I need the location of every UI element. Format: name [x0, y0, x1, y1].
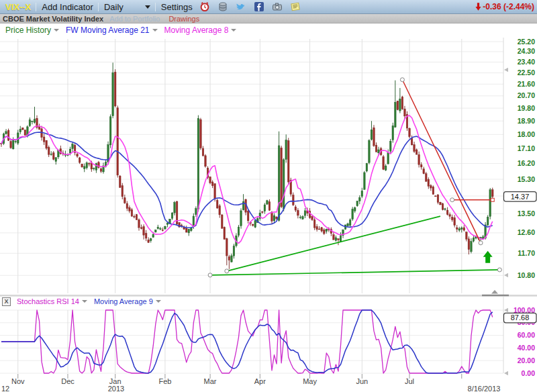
candle-body	[233, 246, 235, 256]
candle-body	[219, 206, 221, 215]
drawing-handle[interactable]	[208, 273, 212, 277]
stochastics-dropdown[interactable]: Stochastics RSI 14	[17, 297, 79, 305]
candle-body	[313, 219, 315, 228]
candle-body	[446, 210, 448, 214]
price-history-dropdown[interactable]: Price History	[5, 26, 51, 35]
candle-body	[143, 227, 145, 236]
price-axis-label: 21.60	[518, 80, 535, 88]
price-axis-label: 13.50	[518, 209, 535, 217]
notes-icon[interactable]	[290, 1, 301, 13]
price-change-indicator: -0.36 (-2.44%)	[475, 2, 534, 11]
chevron-down-icon[interactable]	[145, 5, 150, 9]
stochastics-layer	[1, 310, 493, 373]
chevron-down-icon[interactable]	[152, 29, 158, 32]
green-horizontal-trendline[interactable]	[210, 270, 499, 275]
candle-body	[409, 128, 411, 136]
candle-body	[98, 162, 100, 168]
candle-body	[338, 239, 340, 240]
candle-body	[401, 97, 403, 109]
candle-body	[50, 154, 52, 154]
chevron-down-icon[interactable]	[156, 300, 161, 303]
candle-body	[32, 121, 34, 121]
red-downtrend-line[interactable]	[402, 80, 481, 243]
price-axis-label: 15.30	[518, 175, 535, 183]
add-indicator-button[interactable]: Add Indicator	[42, 2, 93, 12]
indicator-value-label-text: 87.68	[511, 313, 530, 322]
axis-markers	[504, 68, 508, 375]
candle-body	[138, 219, 140, 228]
candle-body	[129, 207, 131, 211]
chevron-down-icon[interactable]	[54, 29, 59, 32]
chevron-down-icon[interactable]	[82, 300, 87, 303]
green-up-arrow-marker[interactable]	[483, 251, 493, 263]
candle-body	[416, 150, 418, 154]
candle-body	[340, 236, 342, 242]
toolbar: VIX--X Add Indicator Daily Settings -0.3…	[0, 0, 537, 14]
drawings-menu[interactable]: Drawings	[168, 15, 199, 23]
candle-body	[145, 234, 147, 238]
price-axis-label: 10.80	[518, 271, 535, 279]
candle-body	[148, 240, 150, 242]
candle-body	[281, 148, 283, 207]
price-chart[interactable]: 25.2024.3023.4022.5021.6020.7019.8018.90…	[0, 36, 537, 392]
ma21-dropdown[interactable]: FW Moving Average 21	[66, 26, 150, 35]
indicator-axis-label: 100.00	[514, 306, 535, 314]
candle-body	[166, 223, 168, 224]
candle-body	[112, 72, 114, 116]
period-dropdown[interactable]: Daily	[104, 2, 124, 12]
candle-body	[19, 129, 21, 132]
candle-body	[114, 72, 116, 106]
candle-body	[34, 119, 36, 123]
change-value: -0.36 (-2.44%)	[483, 2, 534, 11]
drawing-handle[interactable]	[450, 198, 454, 202]
candle-body	[302, 217, 304, 219]
candle-body	[83, 166, 85, 169]
collapse-pane-arrow-icon[interactable]	[491, 290, 498, 294]
candle-body	[347, 224, 349, 226]
candle-body	[323, 230, 325, 234]
candle-body	[209, 177, 211, 183]
candle-body	[5, 132, 7, 134]
candle-body	[373, 128, 375, 146]
month-label: Feb	[158, 377, 171, 385]
facebook-icon[interactable]	[254, 1, 265, 13]
candle-body	[268, 202, 271, 211]
price-axis-label: 17.10	[518, 144, 535, 152]
candle-body	[109, 117, 111, 145]
month-label: May	[303, 377, 317, 385]
add-to-portfolio-link[interactable]: Add to Portfolio	[109, 15, 160, 23]
candle-body	[333, 235, 335, 240]
price-pane-legend: Price History FW Moving Average 21 Movin…	[0, 23, 537, 36]
candle-body	[361, 191, 363, 197]
candle-body	[150, 239, 152, 241]
candle-body	[378, 150, 380, 153]
candle-body	[247, 211, 249, 221]
candle-body	[454, 217, 456, 225]
candle-body	[449, 215, 451, 217]
price-axis-label: 20.70	[518, 91, 535, 99]
settings-button[interactable]: Settings	[161, 2, 193, 12]
green-rising-trendline[interactable]	[227, 216, 440, 271]
candle-body	[224, 228, 226, 240]
drawing-handle[interactable]	[400, 78, 404, 82]
axis-marker-icon	[504, 371, 508, 375]
drawing-handle[interactable]	[479, 241, 483, 245]
red-line-end-marker[interactable]	[491, 198, 494, 201]
charting-app: VIX--X Add Indicator Daily Settings -0.3…	[0, 0, 537, 392]
candle-body	[392, 126, 394, 140]
fundamentals-icon[interactable]	[217, 1, 229, 13]
twitter-icon[interactable]	[236, 1, 247, 13]
snapshot-camera-icon[interactable]	[272, 1, 283, 13]
close-indicator-button[interactable]: X	[2, 297, 11, 306]
ma8-dropdown[interactable]: Moving Average 8	[164, 26, 229, 35]
candle-body	[117, 108, 119, 175]
chevron-down-icon[interactable]	[231, 29, 236, 32]
alerts-icon[interactable]	[199, 1, 211, 13]
candle-body	[88, 163, 90, 164]
indicator-ma9-dropdown[interactable]: Moving Average 9	[94, 297, 153, 305]
year-label: 12	[1, 385, 9, 392]
candle-body	[354, 207, 356, 211]
drawing-handle[interactable]	[225, 269, 229, 273]
price-axis-label: 22.50	[518, 68, 535, 77]
drawing-handle[interactable]	[497, 268, 501, 272]
